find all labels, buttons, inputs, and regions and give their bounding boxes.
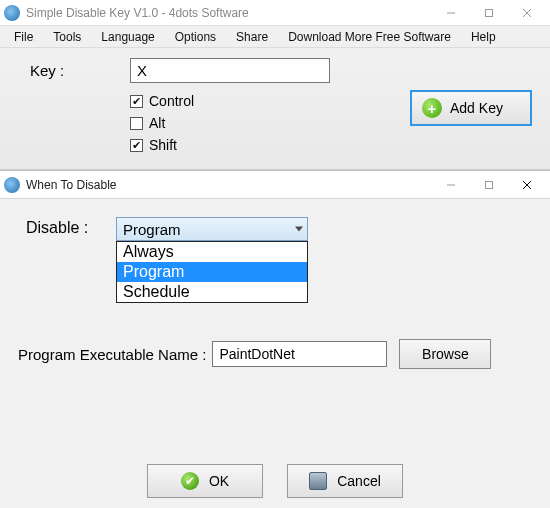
add-key-label: Add Key — [450, 100, 503, 116]
menubar: File Tools Language Options Share Downlo… — [0, 26, 550, 48]
option-always[interactable]: Always — [117, 242, 307, 262]
maximize-button[interactable] — [470, 2, 508, 24]
plus-icon: + — [422, 98, 442, 118]
exe-label: Program Executable Name : — [18, 346, 206, 363]
disable-label: Disable : — [26, 217, 116, 237]
menu-options[interactable]: Options — [167, 28, 224, 46]
exe-input[interactable] — [212, 341, 387, 367]
checkbox-control-label: Control — [149, 93, 194, 109]
menu-tools[interactable]: Tools — [45, 28, 89, 46]
dialog-maximize-button[interactable] — [470, 174, 508, 196]
ok-button[interactable]: ✔ OK — [147, 464, 263, 498]
cancel-label: Cancel — [337, 473, 381, 489]
option-program[interactable]: Program — [117, 262, 307, 282]
checkbox-alt-label: Alt — [149, 115, 165, 131]
menu-download[interactable]: Download More Free Software — [280, 28, 459, 46]
menu-help[interactable]: Help — [463, 28, 504, 46]
menu-language[interactable]: Language — [93, 28, 162, 46]
dialog-minimize-button[interactable] — [432, 174, 470, 196]
dialog-titlebar: When To Disable — [0, 171, 550, 199]
main-title: Simple Disable Key V1.0 - 4dots Software — [26, 6, 432, 20]
checkbox-shift[interactable]: ✔ Shift — [130, 137, 536, 153]
disable-combobox-value: Program — [123, 221, 181, 238]
svg-rect-5 — [486, 181, 493, 188]
option-schedule[interactable]: Schedule — [117, 282, 307, 302]
key-label: Key : — [30, 62, 130, 79]
checkbox-shift-label: Shift — [149, 137, 177, 153]
key-input[interactable] — [130, 58, 330, 83]
checkbox-control-box: ✔ — [130, 95, 143, 108]
chevron-down-icon — [295, 227, 303, 232]
check-icon: ✔ — [181, 472, 199, 490]
checkbox-alt-box — [130, 117, 143, 130]
main-window: Simple Disable Key V1.0 - 4dots Software… — [0, 0, 550, 170]
main-titlebar: Simple Disable Key V1.0 - 4dots Software — [0, 0, 550, 26]
add-key-button[interactable]: + Add Key — [410, 90, 532, 126]
ok-label: OK — [209, 473, 229, 489]
checkbox-shift-box: ✔ — [130, 139, 143, 152]
cancel-button[interactable]: Cancel — [287, 464, 403, 498]
disable-dropdown: Always Program Schedule — [116, 241, 308, 303]
dialog-app-icon — [4, 177, 20, 193]
app-icon — [4, 5, 20, 21]
when-to-disable-dialog: When To Disable Disable : Program Always… — [0, 170, 550, 508]
close-button[interactable] — [508, 2, 546, 24]
cancel-icon — [309, 472, 327, 490]
menu-share[interactable]: Share — [228, 28, 276, 46]
minimize-button[interactable] — [432, 2, 470, 24]
dialog-close-button[interactable] — [508, 174, 546, 196]
browse-button[interactable]: Browse — [399, 339, 491, 369]
svg-rect-1 — [486, 9, 493, 16]
menu-file[interactable]: File — [6, 28, 41, 46]
disable-combobox[interactable]: Program — [116, 217, 308, 241]
browse-label: Browse — [422, 346, 469, 362]
dialog-title: When To Disable — [26, 178, 432, 192]
